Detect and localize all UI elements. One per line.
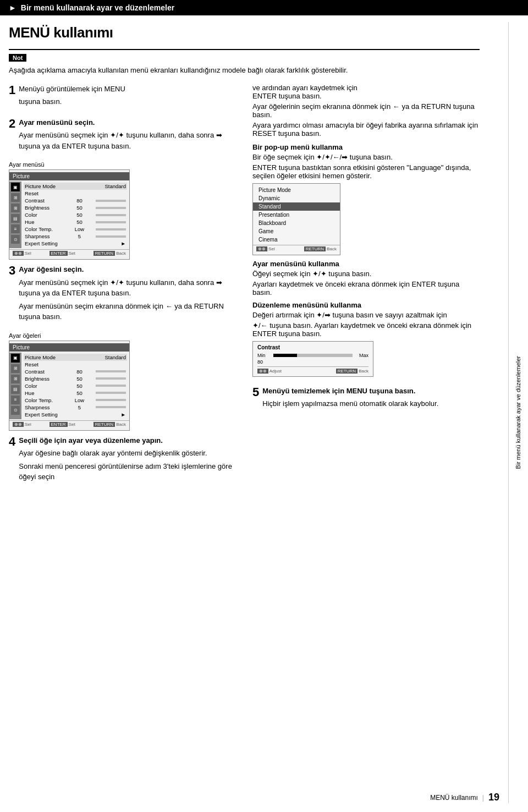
menu-row-brightness: Brightness 50 xyxy=(24,204,127,211)
row-val-colortemp: Low xyxy=(75,226,84,232)
footer-back-key-1: RETURN xyxy=(94,251,115,256)
popup-footer: ⊕⊕:Sel RETURN:Back xyxy=(253,245,340,253)
popup-line-2: ENTER tuşuna bastıktan sonra etkisini gö… xyxy=(252,163,480,180)
menu-row-reset: Reset xyxy=(24,190,127,197)
menu-icon-4: ▤ xyxy=(11,214,20,223)
step-1-block: 1 Menüyü görüntülemek için MENU tuşuna b… xyxy=(9,84,236,109)
right-upper-text: ve ardından ayarı kaydetmek için ENTER t… xyxy=(252,84,480,138)
adjust-min-label: Min xyxy=(257,353,271,358)
step-4-number: 4 xyxy=(9,435,15,448)
popup-row-cinema: Cinema xyxy=(253,235,340,244)
ayar-ogeleri-label: Ayar öğeleri xyxy=(9,332,236,339)
popup-row-dynamic: Dynamic xyxy=(253,194,340,202)
row-label-picmode: Picture Mode xyxy=(25,183,63,189)
step-1-line-2: tuşuna basın. xyxy=(19,96,236,107)
step-4-line-2: Ayar öğesine bağlı olarak ayar yöntemi d… xyxy=(19,448,236,459)
step-3-number: 3 xyxy=(9,264,15,277)
duz-menu-line-1: Değeri artırmak için ✦/➡ tuşuna basın ve… xyxy=(252,311,480,319)
menu-row-2-reset: Reset xyxy=(24,361,127,368)
footer-set-1: ENTER:Set xyxy=(50,251,75,256)
right-line-2: ENTER tuşuna basın. xyxy=(252,92,480,100)
menu-row-hue: Hue 50 xyxy=(24,218,127,226)
popup-section: Bir pop-up menü kullanma Bir öğe seçmek … xyxy=(252,143,480,255)
menu-mock-2-body: ▣ ⊞ ⊞ ▤ ≡ ⊙ Picture Mode Standard Res xyxy=(9,353,129,419)
footer-set-key-1: ENTER xyxy=(50,251,68,256)
menu-icon-2-5: ≡ xyxy=(11,396,20,404)
slider-hue xyxy=(96,221,126,223)
header-arrow: ► xyxy=(9,3,16,12)
duz-menu-section-title: Düzenleme menüsünü kullanma xyxy=(252,301,480,309)
adjust-value: 80 xyxy=(257,359,369,365)
ayar-menu-section-title: Ayar menüsünü kullanma xyxy=(252,260,480,268)
adjust-mock: Contrast Min Max 80 ⊕⊕ Adjust RETURN Bac… xyxy=(252,341,373,377)
step-5-line-2: Hiçbir işlem yapılmazsa menü otomatik ol… xyxy=(262,398,480,409)
not-badge: Not xyxy=(9,54,26,62)
footer-back-key-2: RETURN xyxy=(94,422,115,427)
adjust-footer-back-key: RETURN xyxy=(336,369,358,374)
menu-row-2-colortemp: Color Temp. Low xyxy=(24,397,127,404)
step-5-number: 5 xyxy=(252,386,259,399)
step-4-line-3: Sonraki menü penceresi görüntülenirse ad… xyxy=(19,461,236,482)
adjust-bar xyxy=(273,354,353,357)
ayar-menu-line-1: Öğeyi seçmek için ✦/✦ tuşuna basın. xyxy=(252,270,480,278)
row-label-reset: Reset xyxy=(25,190,63,196)
adjust-footer-back: RETURN Back xyxy=(336,369,369,374)
row-2-val-expert: ► xyxy=(121,412,126,418)
row-2-val-color: 50 xyxy=(76,383,82,389)
row-label-contrast: Contrast xyxy=(25,197,63,204)
slider-2-sharpness xyxy=(96,406,126,408)
menu-mock-1: Picture ▣ ⊞ ⊞ ▤ ≡ ⊙ Picture Mode Standar… xyxy=(9,169,130,260)
row-val-sharpness: 5 xyxy=(78,233,81,239)
menu-rows-col-2: Picture Mode Standard Reset Contrast 80 xyxy=(21,353,129,419)
row-val-contrast: 80 xyxy=(76,197,82,204)
menu-icon-6: ⊙ xyxy=(11,235,20,244)
menu-row-2-contrast: Contrast 80 xyxy=(24,368,127,375)
step-2-line-1: Ayar menüsünü seçin. xyxy=(19,117,236,128)
row-val-expert: ► xyxy=(121,240,126,246)
main-content: MENÜ kullanımı Not Aşağıda açıklama amac… xyxy=(0,15,508,501)
menu-row-2-hue: Hue 50 xyxy=(24,389,127,397)
row-label-color: Color xyxy=(25,212,63,218)
adjust-footer: ⊕⊕ Adjust RETURN Back xyxy=(257,366,369,374)
menu-icon-5: ≡ xyxy=(11,224,20,233)
row-label-expert: Expert Setting xyxy=(25,240,63,246)
footer-set-2: ENTER:Set xyxy=(50,422,75,427)
right-line-1: ve ardından ayarı kaydetmek için xyxy=(252,84,480,92)
menu-row-sharpness: Sharpness 5 xyxy=(24,233,127,240)
sidebar-vertical: Bir menü kullanarak ayar ve düzenlemeler xyxy=(508,22,528,803)
row-2-val-brightness: 50 xyxy=(76,376,82,382)
step-5-line-1: Menüyü temizlemek için MENU tuşuna basın… xyxy=(262,386,480,397)
intro-text: Aşağıda açıklama amacıyla kullanılan men… xyxy=(9,65,480,76)
duz-menu-section: Düzenleme menüsünü kullanma Değeri artır… xyxy=(252,301,480,377)
menu-rows-col-1: Picture Mode Standard Reset Contrast 80 xyxy=(21,182,129,248)
menu-icons-col-1: ▣ ⊞ ⊞ ▤ ≡ ⊙ xyxy=(9,182,21,248)
menu-icon-2-6: ⊙ xyxy=(11,406,20,415)
menu-mock-1-header: Picture xyxy=(9,172,129,180)
step-3-line-3: Ayar menüsünün seçim ekranına dönmek içi… xyxy=(19,301,236,322)
row-label-hue: Hue xyxy=(25,219,63,225)
row-2-val-sharpness: 5 xyxy=(78,404,81,410)
footer-label: MENÜ kullanımı xyxy=(430,794,478,802)
step-1-content: Menüyü görüntülemek için MENU tuşuna bas… xyxy=(19,84,236,109)
page-number: 19 xyxy=(488,792,499,803)
footer-sel-2: ⊕⊕:Sel xyxy=(13,422,31,427)
row-val-brightness: 50 xyxy=(76,205,82,211)
adjust-row: Min Max xyxy=(257,353,369,358)
menu-row-contrast: Contrast 80 xyxy=(24,197,127,204)
row-2-label-picmode: Picture Mode xyxy=(25,354,63,360)
row-label-sharpness: Sharpness xyxy=(25,233,63,239)
menu-row-2-picmode: Picture Mode Standard xyxy=(24,354,127,361)
slider-2-brightness xyxy=(96,377,126,380)
adjust-bar-fill xyxy=(273,354,297,357)
menu-row-color: Color 50 xyxy=(24,211,127,218)
menu-row-2-sharpness: Sharpness 5 xyxy=(24,404,127,411)
step-2-content: Ayar menüsünü seçin. Ayar menüsünü seçme… xyxy=(19,117,236,154)
footer-sel-key-2: ⊕⊕ xyxy=(13,422,24,427)
row-val-picmode: Standard xyxy=(105,183,126,189)
menu-mock-2: Picture ▣ ⊞ ⊞ ▤ ≡ ⊙ Picture Mode Standar… xyxy=(9,341,130,431)
sidebar-vertical-text: Bir menü kullanarak ayar ve düzenlemeler xyxy=(514,356,522,469)
step-1-number: 1 xyxy=(9,84,15,97)
slider-2-contrast xyxy=(96,370,126,372)
popup-row-standard: Standard xyxy=(253,202,340,211)
menu-row-colortemp: Color Temp. Low xyxy=(24,226,127,233)
